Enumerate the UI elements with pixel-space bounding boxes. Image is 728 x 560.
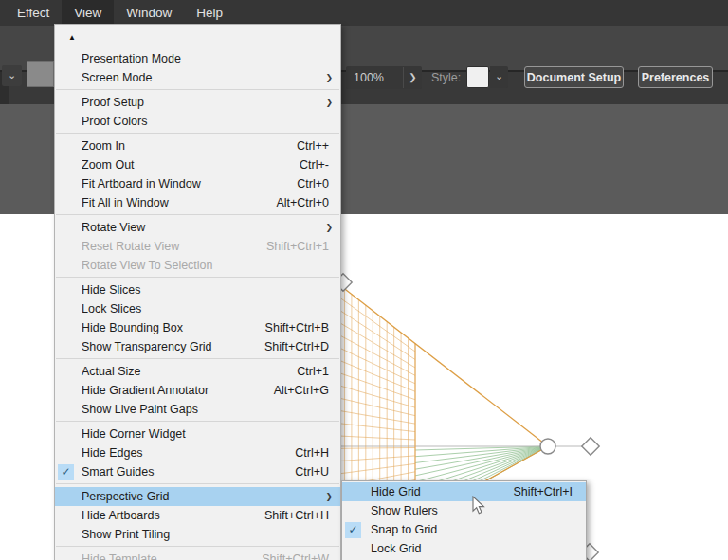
view-menu-panel: ▲ Presentation ModeScreen Mode❯Proof Set… [54, 24, 341, 560]
menu-item-shortcut: Shift+Ctrl+B [265, 321, 329, 334]
menu-item-label: Fit Artboard in Window [82, 177, 201, 190]
menu-item-label: Hide Artboards [82, 509, 160, 522]
menu-item-label: Hide Corner Widget [82, 427, 186, 441]
menu-item-label: Presentation Mode [82, 52, 181, 65]
menu-item-label: Lock Slices [82, 302, 141, 316]
menu-item-show-transparency-grid[interactable]: Show Transparency GridShift+Ctrl+D [55, 337, 340, 356]
perspective-grid-submenu-panel: Hide GridShift+Ctrl+IShow Rulers✓Snap to… [341, 480, 587, 560]
menu-item-label: Rotate View [82, 221, 145, 234]
menu-item-label: Snap to Grid [371, 523, 437, 536]
menu-item-label: Show Transparency Grid [82, 340, 212, 353]
menu-item-label: Proof Colors [82, 115, 147, 128]
scroll-up-arrow-icon: ▲ [68, 33, 76, 42]
menu-item-shortcut: Shift+Ctrl+D [264, 340, 329, 353]
menu-separator [56, 214, 339, 215]
view-menu-items: Presentation ModeScreen Mode❯Proof Setup… [55, 49, 340, 560]
menu-item-shortcut: Ctrl+- [300, 158, 329, 172]
menu-item-hide-bounding-box[interactable]: Hide Bounding BoxShift+Ctrl+B [55, 318, 340, 337]
menu-separator [56, 421, 339, 422]
menu-item-label: Lock Grid [371, 542, 422, 555]
mouse-cursor-icon [472, 496, 487, 516]
menubar-item-view[interactable]: View [62, 0, 114, 26]
menu-separator [56, 133, 339, 134]
menu-item-label: Hide Bounding Box [82, 321, 183, 334]
menu-item-label: Screen Mode [82, 71, 152, 84]
menu-item-label: Actual Size [82, 365, 141, 378]
menu-item-hide-edges[interactable]: Hide EdgesCtrl+H [55, 443, 340, 462]
menu-item-proof-colors[interactable]: Proof Colors [55, 112, 340, 131]
menu-item-label: Proof Setup [82, 96, 144, 109]
menu-item-label: Show Print Tiling [82, 528, 170, 541]
menu-item-label: Show Rulers [371, 504, 438, 517]
menu-item-zoom-out[interactable]: Zoom OutCtrl+- [55, 155, 340, 174]
menu-item-perspective-grid[interactable]: Perspective Grid❯ [55, 487, 340, 506]
menu-separator [56, 277, 339, 278]
menu-item-snap-to-grid[interactable]: ✓Snap to Grid [342, 520, 586, 539]
menu-item-shortcut: Alt+Ctrl+G [274, 384, 329, 397]
menu-item-reset-rotate-view[interactable]: Reset Rotate ViewShift+Ctrl+1 [55, 237, 340, 256]
menu-item-lock-slices[interactable]: Lock Slices [55, 299, 340, 318]
menu-item-label: Zoom In [82, 139, 125, 153]
menu-item-shortcut: Shift+Ctrl+H [264, 509, 329, 522]
menu-item-hide-grid[interactable]: Hide GridShift+Ctrl+I [342, 482, 586, 501]
menu-item-proof-setup[interactable]: Proof Setup❯ [55, 93, 340, 112]
menu-item-label: Reset Rotate View [82, 240, 179, 253]
submenu-arrow-icon: ❯ [325, 98, 333, 107]
menu-item-rotate-view-to-selection[interactable]: Rotate View To Selection [55, 256, 340, 275]
menu-separator [56, 358, 339, 359]
menu-item-screen-mode[interactable]: Screen Mode❯ [55, 68, 340, 87]
menubar-item-help[interactable]: Help [184, 0, 235, 26]
checkmark-icon: ✓ [345, 522, 361, 538]
menu-item-smart-guides[interactable]: ✓Smart GuidesCtrl+U [55, 462, 340, 481]
menu-item-hide-template[interactable]: Hide TemplateShift+Ctrl+W [55, 550, 340, 560]
menu-bar: EffectViewWindowHelp [0, 0, 728, 26]
menu-item-label: Hide Template [82, 552, 157, 560]
menu-item-hide-corner-widget[interactable]: Hide Corner Widget [55, 425, 340, 443]
menu-item-lock-grid[interactable]: Lock Grid [342, 539, 586, 558]
menu-separator [56, 483, 339, 484]
menu-item-label: Hide Gradient Annotator [82, 384, 209, 397]
submenu-arrow-icon: ❯ [325, 73, 333, 82]
menubar-item-effect[interactable]: Effect [5, 0, 62, 26]
menu-item-shortcut: Ctrl+0 [297, 177, 329, 190]
menu-item-label: Rotate View To Selection [82, 259, 213, 272]
menu-item-show-live-paint-gaps[interactable]: Show Live Paint Gaps [55, 400, 340, 419]
menu-item-shortcut: Shift+Ctrl+W [262, 552, 329, 560]
checkmark-icon: ✓ [58, 464, 74, 480]
menu-item-label: Smart Guides [82, 465, 154, 479]
menu-separator [56, 89, 339, 90]
menu-item-hide-artboards[interactable]: Hide ArtboardsShift+Ctrl+H [55, 506, 340, 525]
menu-separator [56, 546, 339, 547]
menu-item-show-rulers[interactable]: Show Rulers [342, 501, 586, 520]
menu-item-shortcut: Ctrl+U [295, 465, 329, 479]
menu-item-fit-artboard-in-window[interactable]: Fit Artboard in WindowCtrl+0 [55, 174, 340, 193]
menu-item-actual-size[interactable]: Actual SizeCtrl+1 [55, 362, 340, 381]
menu-item-hide-gradient-annotator[interactable]: Hide Gradient AnnotatorAlt+Ctrl+G [55, 381, 340, 400]
menu-item-shortcut: Alt+Ctrl+0 [276, 196, 329, 209]
menu-item-label: Fit All in Window [82, 196, 169, 209]
menu-item-hide-slices[interactable]: Hide Slices [55, 280, 340, 299]
submenu-arrow-icon: ❯ [325, 223, 333, 232]
menu-item-label: Zoom Out [82, 158, 135, 172]
menu-item-label: Hide Grid [371, 485, 421, 498]
menu-item-label: Hide Edges [82, 446, 143, 460]
menubar-item-window[interactable]: Window [114, 0, 184, 26]
menu-item-show-print-tiling[interactable]: Show Print Tiling [55, 525, 340, 544]
menu-item-shortcut: Ctrl+H [295, 446, 329, 460]
menu-item-label: Show Live Paint Gaps [82, 403, 198, 416]
menu-item-rotate-view[interactable]: Rotate View❯ [55, 218, 340, 237]
menu-item-shortcut: Shift+Ctrl+I [513, 485, 573, 498]
menu-item-shortcut: Ctrl+1 [297, 365, 329, 378]
menu-item-label: Hide Slices [82, 283, 141, 297]
menu-item-shortcut: Shift+Ctrl+1 [266, 240, 329, 253]
menu-scroll-up[interactable]: ▲ [55, 25, 340, 49]
menu-item-zoom-in[interactable]: Zoom InCtrl++ [55, 136, 340, 155]
menu-item-presentation-mode[interactable]: Presentation Mode [55, 49, 340, 68]
menu-item-shortcut: Ctrl++ [297, 139, 329, 153]
menu-item-label: Perspective Grid [82, 490, 169, 503]
menu-item-fit-all-in-window[interactable]: Fit All in WindowAlt+Ctrl+0 [55, 193, 340, 212]
submenu-arrow-icon: ❯ [325, 492, 333, 501]
